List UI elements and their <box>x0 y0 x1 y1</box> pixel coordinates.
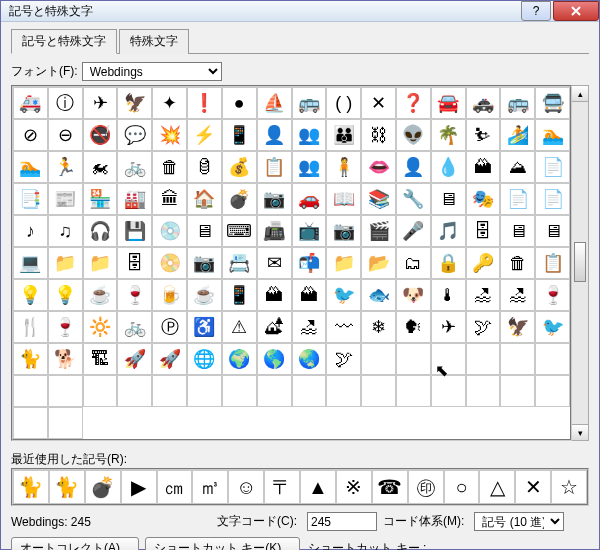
symbol-cell[interactable]: 🏛 <box>152 183 187 215</box>
symbol-cell[interactable]: 🗄 <box>117 247 152 279</box>
symbol-cell[interactable]: 🚓 <box>466 87 501 119</box>
symbol-cell[interactable]: 👥 <box>292 119 327 151</box>
symbol-cell[interactable]: 📷 <box>187 247 222 279</box>
symbol-cell[interactable]: 🏖 <box>292 311 327 343</box>
recent-symbol-cell[interactable]: ☺ <box>228 470 264 504</box>
symbol-cell[interactable]: 📂 <box>361 247 396 279</box>
symbol-cell[interactable] <box>13 375 48 407</box>
font-select[interactable]: Webdings <box>82 62 222 81</box>
symbol-cell[interactable]: 🏗 <box>83 343 118 375</box>
symbol-cell[interactable]: 🏔 <box>257 279 292 311</box>
symbol-cell[interactable]: 🏖 <box>500 279 535 311</box>
symbol-cell[interactable]: 💬 <box>117 119 152 151</box>
close-window-button[interactable] <box>553 1 599 21</box>
symbol-cell[interactable]: 🏭 <box>117 183 152 215</box>
recent-symbol-cell[interactable]: ▲ <box>300 470 336 504</box>
symbol-cell[interactable]: ⛵ <box>257 87 292 119</box>
symbol-cell[interactable]: ♪ <box>13 215 48 247</box>
titlebar[interactable]: 記号と特殊文字 ? <box>1 1 599 22</box>
symbol-cell[interactable] <box>500 375 535 407</box>
symbol-cell[interactable]: ✈ <box>83 87 118 119</box>
symbol-cell[interactable] <box>500 343 535 375</box>
symbol-cell[interactable]: 🚀 <box>152 343 187 375</box>
symbol-cell[interactable]: ❄ <box>361 311 396 343</box>
symbol-cell[interactable]: 🏠 <box>187 183 222 215</box>
symbol-cell[interactable]: ❓ <box>396 87 431 119</box>
symbol-cell[interactable]: ⛷ <box>466 119 501 151</box>
symbol-cell[interactable]: 💾 <box>117 215 152 247</box>
symbol-cell[interactable]: 👤 <box>396 151 431 183</box>
recent-symbol-cell[interactable]: ㎝ <box>157 470 193 504</box>
symbol-cell[interactable]: 🏖 <box>466 279 501 311</box>
recent-symbol-cell[interactable]: ☆ <box>551 470 587 504</box>
symbol-cell[interactable]: 👪 <box>326 119 361 151</box>
symbol-cell[interactable]: ♫ <box>48 215 83 247</box>
symbol-cell[interactable]: 🎵 <box>431 215 466 247</box>
symbol-cell[interactable]: 🐶 <box>396 279 431 311</box>
symbol-cell[interactable]: ⚡ <box>187 119 222 151</box>
symbol-cell[interactable]: ⌨ <box>222 215 257 247</box>
scroll-down-button[interactable]: ▾ <box>572 424 588 440</box>
symbol-cell[interactable]: 🍷 <box>48 311 83 343</box>
symbol-cell[interactable]: 🚍 <box>535 87 570 119</box>
symbol-cell[interactable] <box>396 343 431 375</box>
symbol-cell[interactable]: 🚗 <box>292 183 327 215</box>
symbol-cell[interactable]: 🦅 <box>117 87 152 119</box>
recent-symbol-cell[interactable]: ※ <box>336 470 372 504</box>
symbol-cell[interactable]: 📷 <box>257 183 292 215</box>
symbol-cell[interactable]: ✦ <box>152 87 187 119</box>
symbol-cell[interactable]: 〰 <box>326 311 361 343</box>
symbol-cell[interactable]: 🕊 <box>326 343 361 375</box>
recent-symbol-cell[interactable]: ○ <box>444 470 480 504</box>
symbol-cell[interactable]: 📇 <box>222 247 257 279</box>
symbol-cell[interactable]: 📄 <box>500 183 535 215</box>
symbol-cell[interactable]: ⊖ <box>48 119 83 151</box>
symbol-cell[interactable]: 🌏 <box>292 343 327 375</box>
recent-symbol-cell[interactable]: ▶ <box>121 470 157 504</box>
symbol-cell[interactable]: 🐈 <box>13 343 48 375</box>
symbol-cell[interactable]: 💧 <box>431 151 466 183</box>
symbol-cell[interactable]: 🚭 <box>83 119 118 151</box>
recent-symbol-cell[interactable]: ✕ <box>515 470 551 504</box>
symbol-cell[interactable]: 🚌 <box>500 87 535 119</box>
symbol-cell[interactable]: 💡 <box>48 279 83 311</box>
help-button[interactable]: ? <box>521 1 551 21</box>
symbol-cell[interactable]: 🌴 <box>431 119 466 151</box>
grid-scrollbar[interactable]: ▴ ▾ <box>572 85 589 441</box>
symbol-cell[interactable]: 📁 <box>48 247 83 279</box>
symbol-cell[interactable]: 🗑 <box>152 151 187 183</box>
code-input[interactable] <box>307 512 377 531</box>
symbol-cell[interactable]: 📄 <box>535 183 570 215</box>
symbol-cell[interactable]: ⛓ <box>361 119 396 151</box>
symbol-cell[interactable]: 📚 <box>361 183 396 215</box>
symbol-cell[interactable]: 💣 <box>222 183 257 215</box>
symbol-cell[interactable]: 🗄 <box>466 215 501 247</box>
symbol-cell[interactable]: 📄 <box>535 151 570 183</box>
symbol-cell[interactable]: 🐟 <box>361 279 396 311</box>
symbol-cell[interactable]: 🚲 <box>117 151 152 183</box>
symbol-cell[interactable]: 🖥 <box>500 215 535 247</box>
recent-symbol-cell[interactable]: △ <box>479 470 515 504</box>
autocorrect-button[interactable]: オートコレクト(A)... <box>11 537 139 550</box>
symbol-cell[interactable]: ❗ <box>187 87 222 119</box>
symbol-cell[interactable]: 🐕 <box>48 343 83 375</box>
symbol-cell[interactable]: 🌡 <box>431 279 466 311</box>
symbol-cell[interactable]: 👄 <box>361 151 396 183</box>
symbol-cell[interactable] <box>117 375 152 407</box>
symbol-cell[interactable]: 💿 <box>152 215 187 247</box>
symbol-cell[interactable]: 📁 <box>326 247 361 279</box>
symbol-cell[interactable]: 🌍 <box>222 343 257 375</box>
symbol-cell[interactable]: 🗂 <box>396 247 431 279</box>
symbol-cell[interactable]: 📖 <box>326 183 361 215</box>
symbol-cell[interactable]: 🗣 <box>396 311 431 343</box>
symbol-cell[interactable]: 💻 <box>13 247 48 279</box>
symbol-cell[interactable]: 🍷 <box>535 279 570 311</box>
symbol-cell[interactable]: 👽 <box>396 119 431 151</box>
symbol-cell[interactable]: 🎬 <box>361 215 396 247</box>
symbol-cell[interactable] <box>326 375 361 407</box>
symbol-cell[interactable]: 🚑 <box>13 87 48 119</box>
symbol-cell[interactable]: 🏪 <box>83 183 118 215</box>
symbol-cell[interactable]: ✈ <box>431 311 466 343</box>
symbol-cell[interactable] <box>466 343 501 375</box>
scroll-thumb[interactable] <box>574 242 586 282</box>
